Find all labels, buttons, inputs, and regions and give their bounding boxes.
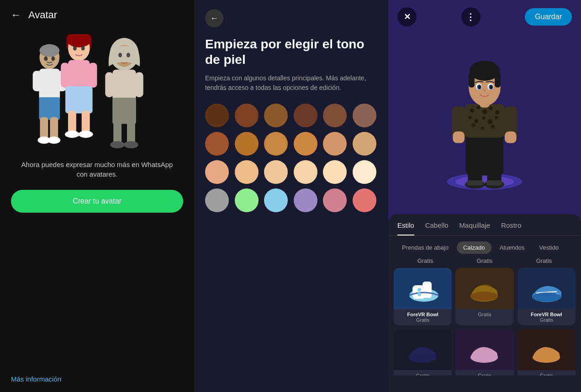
tabs-row: EstiloCabelloMaquillajeRostro [388, 214, 581, 236]
item-card[interactable]: ForeVR BowlGratis [394, 268, 452, 325]
svg-point-79 [417, 293, 421, 296]
skin-tone-3[interactable] [294, 104, 317, 127]
shoe-svg [527, 334, 566, 366]
skin-tone-13[interactable] [235, 160, 259, 184]
skin-tone-7[interactable] [235, 132, 259, 156]
item-card[interactable]: Gratis [455, 329, 513, 376]
subtab-calzado[interactable]: Calzado [457, 241, 491, 254]
skin-tone-5[interactable] [353, 104, 376, 127]
svg-point-24 [81, 46, 85, 51]
tab-estilo[interactable]: Estilo [397, 221, 414, 235]
tab-maquillaje[interactable]: Maquillaje [460, 221, 491, 235]
item-card[interactable]: ForeVR BowlGratis [518, 268, 576, 325]
svg-point-52 [468, 116, 471, 119]
page-title: Avatar [28, 9, 57, 21]
item-card[interactable]: Gratis [518, 329, 576, 376]
skin-tone-20[interactable] [264, 188, 288, 212]
svg-point-33 [110, 141, 125, 148]
skin-tone-16[interactable] [323, 160, 347, 184]
svg-point-49 [482, 109, 487, 114]
tab-cabello[interactable]: Cabello [425, 221, 449, 235]
skin-tone-19[interactable] [235, 188, 259, 212]
shoe-svg [403, 272, 442, 304]
back-arrow-icon[interactable]: ← [11, 9, 21, 21]
skin-tone-18[interactable] [205, 188, 229, 212]
subtab-atuendos[interactable]: Atuendos [493, 241, 531, 254]
item-column-label-2: Gratis [514, 257, 574, 264]
svg-point-34 [124, 141, 138, 148]
item-price: Gratis [397, 373, 448, 376]
middle-back-button[interactable]: ← [205, 9, 223, 27]
svg-point-78 [417, 288, 421, 292]
skin-tone-4[interactable] [323, 104, 347, 127]
customization-panel: EstiloCabelloMaquillajeRostro Prendas de… [388, 214, 581, 392]
item-card[interactable]: Gratis [455, 268, 513, 325]
skin-tone-14[interactable] [264, 160, 288, 184]
create-avatar-button[interactable]: Crear tu avatar [11, 190, 183, 213]
shoe-svg [527, 272, 566, 304]
svg-rect-5 [39, 97, 60, 120]
svg-rect-20 [82, 111, 90, 134]
skin-tone-12[interactable] [205, 160, 229, 184]
shoe-svg [403, 334, 442, 366]
skin-tone-0[interactable] [205, 104, 229, 127]
save-button[interactable]: Guardar [525, 8, 572, 26]
skin-tone-15[interactable] [294, 160, 317, 184]
skin-tone-23[interactable] [353, 188, 376, 212]
skin-tone-1[interactable] [235, 104, 259, 127]
tab-rostro[interactable]: Rostro [501, 221, 521, 235]
svg-point-48 [477, 106, 480, 109]
skin-tone-11[interactable] [353, 132, 376, 156]
middle-description: Empieza con algunos detalles principales… [205, 73, 377, 93]
avatar-3d-svg [434, 48, 535, 194]
svg-point-21 [65, 131, 79, 138]
svg-point-9 [48, 136, 60, 144]
item-price: Gratis [521, 373, 572, 376]
item-name: ForeVR Bowl [397, 312, 448, 317]
svg-rect-19 [68, 111, 76, 134]
more-info-link[interactable]: Más información [11, 375, 183, 383]
svg-point-56 [495, 116, 498, 119]
item-price: Gratis [459, 373, 510, 376]
skin-tone-22[interactable] [323, 188, 347, 212]
close-button[interactable]: ✕ [397, 7, 417, 26]
svg-rect-3 [33, 71, 42, 91]
svg-point-83 [532, 293, 561, 302]
avatar-preview [11, 32, 183, 151]
skin-tone-grid [205, 104, 377, 212]
more-options-button[interactable]: ⋮ [461, 7, 481, 26]
items-grid: ForeVR BowlGratis Gratis ForeVR BowlGrat… [388, 266, 581, 376]
svg-point-1 [40, 44, 60, 57]
skin-tone-21[interactable] [294, 188, 317, 212]
subtab-vestido[interactable]: Vestido [533, 241, 565, 254]
item-card[interactable]: Gratis [394, 329, 452, 376]
svg-point-87 [470, 354, 498, 362]
svg-point-81 [470, 292, 498, 301]
item-name: ForeVR Bowl [521, 312, 572, 317]
svg-point-23 [73, 46, 77, 51]
items-labels-row: GratisGratisGratis [388, 254, 581, 266]
shoe-svg [465, 272, 504, 304]
svg-point-59 [491, 124, 495, 128]
skin-tone-9[interactable] [294, 132, 317, 156]
svg-rect-44 [467, 180, 483, 185]
subtab-prendas-de-abajo[interactable]: Prendas de abajo [396, 241, 455, 254]
item-column-label-0: Gratis [396, 257, 455, 264]
svg-rect-6 [40, 117, 48, 140]
skin-tone-10[interactable] [323, 132, 347, 156]
item-price: Gratis [521, 317, 572, 323]
svg-rect-7 [50, 117, 58, 140]
svg-rect-17 [89, 63, 97, 88]
svg-point-58 [481, 126, 484, 130]
svg-point-47 [470, 108, 474, 112]
left-panel: ← Avatar [0, 0, 194, 392]
svg-point-10 [44, 57, 48, 61]
avatar-preview-svg [11, 34, 183, 148]
middle-panel: ← Empieza por elegir el tono de piel Emp… [194, 0, 388, 392]
skin-tone-2[interactable] [264, 104, 288, 127]
skin-tone-8[interactable] [264, 132, 288, 156]
svg-rect-28 [105, 72, 113, 97]
skin-tone-6[interactable] [205, 132, 229, 156]
svg-point-53 [474, 119, 478, 123]
skin-tone-17[interactable] [353, 160, 376, 184]
